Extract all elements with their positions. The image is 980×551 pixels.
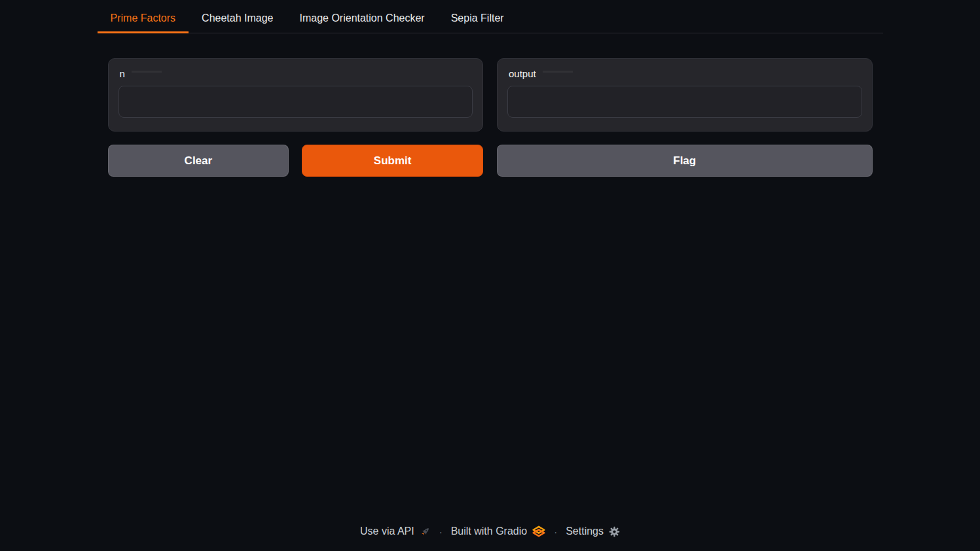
- footer: Use via API · Built with Gradio · Settin…: [0, 525, 980, 538]
- settings-label: Settings: [566, 525, 604, 537]
- output-block: output: [497, 58, 873, 132]
- built-with-gradio-link[interactable]: Built with Gradio: [451, 525, 546, 538]
- input-block-n: n: [108, 58, 484, 132]
- n-input[interactable]: [118, 86, 473, 118]
- button-row: Clear Submit Flag: [108, 145, 873, 177]
- output-textbox[interactable]: [507, 86, 862, 118]
- output-label: output: [509, 68, 536, 79]
- tab-sepia-filter[interactable]: Sepia Filter: [438, 6, 517, 33]
- io-panel-row: n output: [108, 58, 873, 132]
- flag-button[interactable]: Flag: [497, 145, 873, 177]
- settings-link[interactable]: Settings: [566, 525, 620, 537]
- gear-icon: [609, 526, 620, 537]
- footer-separator: ·: [554, 526, 557, 537]
- gradio-app: Prime Factors Cheetah Image Image Orient…: [98, 0, 883, 177]
- footer-separator: ·: [439, 526, 443, 537]
- submit-button[interactable]: Submit: [302, 145, 483, 177]
- label-ghost-line: [132, 71, 162, 73]
- tab-prime-factors[interactable]: Prime Factors: [98, 6, 189, 33]
- label-ghost-line: [543, 71, 573, 73]
- tab-bar: Prime Factors Cheetah Image Image Orient…: [98, 6, 883, 33]
- clear-button[interactable]: Clear: [108, 145, 289, 177]
- tab-image-orientation-checker[interactable]: Image Orientation Checker: [286, 6, 437, 33]
- tab-panel-prime-factors: n output Clear Submit Flag: [98, 33, 883, 177]
- rocket-icon: [420, 526, 431, 537]
- input-label: n: [120, 68, 125, 79]
- use-via-api-link[interactable]: Use via API: [360, 525, 431, 537]
- tab-cheetah-image[interactable]: Cheetah Image: [189, 6, 286, 33]
- built-with-gradio-label: Built with Gradio: [451, 525, 528, 537]
- use-via-api-label: Use via API: [360, 525, 414, 537]
- gradio-logo-icon: [532, 525, 545, 538]
